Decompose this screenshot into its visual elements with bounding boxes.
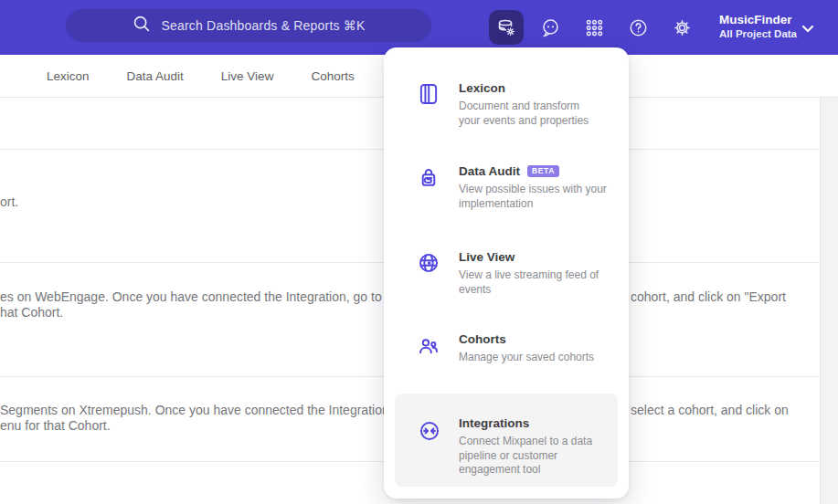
app-window: ort. es on WebEngage. Once you have conn…: [0, 0, 838, 504]
apps-dropdown-menu: Lexicon Document and transform your even…: [384, 47, 629, 499]
data-audit-lock-icon: [417, 165, 440, 189]
project-name: MusicFinder: [719, 12, 797, 27]
search-icon: [132, 14, 152, 37]
menu-item-description: Manage your saved cohorts: [459, 351, 610, 365]
menu-item-lexicon[interactable]: Lexicon Document and transform your even…: [384, 80, 629, 128]
tab-data-audit[interactable]: Data Audit: [127, 69, 184, 83]
cohorts-people-icon: [417, 333, 440, 357]
menu-item-live-view[interactable]: Live View View a live streaming feed of …: [384, 249, 629, 297]
apps-grid-icon[interactable]: [577, 10, 611, 45]
menu-item-description: View a live streaming feed of events: [459, 268, 610, 297]
top-header: Search Dashboards & Reports ⌘K: [0, 0, 838, 55]
menu-item-description: Document and transform your events and p…: [459, 100, 610, 128]
menu-item-description: Connect Mixpanel to a data pipeline or c…: [459, 435, 603, 478]
scrollbar-gutter[interactable]: [820, 98, 838, 504]
project-scope: All Project Data: [719, 27, 797, 41]
menu-item-data-audit[interactable]: Data Audit BETA View possible issues wit…: [384, 163, 629, 211]
lexicon-book-icon: [417, 82, 440, 106]
menu-item-description: View possible issues with your implement…: [459, 183, 610, 211]
search-placeholder: Search Dashboards & Reports ⌘K: [161, 18, 365, 33]
chevron-down-icon[interactable]: [801, 22, 815, 38]
menu-item-title: Lexicon: [459, 80, 505, 96]
integrations-sync-icon: [418, 419, 441, 443]
menu-item-title: Data Audit: [459, 163, 520, 179]
tab-cohorts[interactable]: Cohorts: [311, 69, 354, 83]
menu-item-title: Integrations: [459, 415, 529, 431]
search-input[interactable]: Search Dashboards & Reports ⌘K: [66, 9, 431, 42]
feedback-chat-icon[interactable]: [533, 10, 568, 45]
data-management-icon[interactable]: [489, 10, 524, 45]
project-selector[interactable]: MusicFinder All Project Data: [719, 12, 797, 41]
beta-badge: BETA: [527, 165, 559, 177]
menu-item-title: Cohorts: [459, 331, 506, 347]
table-row-text: cohort, and click on "Export: [631, 289, 822, 305]
live-view-globe-icon: [417, 251, 440, 275]
settings-gear-icon[interactable]: [664, 10, 699, 45]
menu-item-cohorts[interactable]: Cohorts Manage your saved cohorts: [384, 331, 629, 365]
tab-lexicon[interactable]: Lexicon: [47, 69, 90, 83]
tab-live-view[interactable]: Live View: [221, 69, 274, 83]
menu-item-title: Live View: [459, 249, 514, 265]
help-icon[interactable]: [621, 10, 655, 45]
table-row-text: select a cohort, and click on: [631, 403, 822, 418]
table-row-text: ort.: [0, 194, 393, 210]
menu-item-integrations[interactable]: Integrations Connect Mixpanel to a data …: [395, 394, 618, 487]
